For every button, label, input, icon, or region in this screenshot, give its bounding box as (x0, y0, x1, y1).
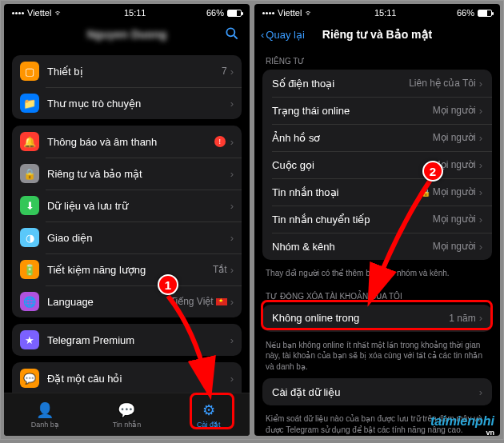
row-devices[interactable]: ▢ Thiết bị 7 › (12, 55, 242, 87)
row-label: Ảnh hồ sơ (272, 132, 433, 144)
tab-label: Tin nhắn (113, 421, 142, 429)
signal-icon (12, 12, 24, 14)
row-groups-channels[interactable]: Nhóm & kênh Mọi người › (262, 233, 492, 260)
tab-bar: 👤 Danh bạ 💬 Tin nhắn ⚙ Cài đặt (4, 393, 250, 436)
row-label: Giao diện (47, 232, 230, 244)
battery-percent: 66% (457, 8, 474, 18)
row-delete-account-if-away[interactable]: Không online trong 1 năm › (262, 305, 492, 332)
contacts-icon: 👤 (36, 401, 54, 419)
page-title: Riêng tư và Bảo mật (322, 28, 432, 41)
row-notifications[interactable]: 🔔 Thông báo và âm thanh ! › (12, 126, 242, 158)
chevron-icon: › (230, 200, 234, 212)
svg-line-1 (234, 35, 238, 38)
callout-1: 1 (158, 274, 178, 295)
privacy-desc: Thay đổi người có thể thêm bạn vào nhóm … (254, 265, 500, 284)
row-power-saving[interactable]: 🔋 Tiết kiệm năng lượng Tắt › (12, 253, 242, 285)
row-value: Mọi người (433, 132, 476, 143)
tab-settings[interactable]: ⚙ Cài đặt (168, 393, 250, 436)
data-icon: ⬇ (20, 196, 39, 215)
row-label: Không online trong (272, 312, 449, 324)
row-value: Mọi người (433, 241, 476, 252)
battery-icon (478, 10, 492, 17)
chevron-icon: › (479, 312, 482, 324)
wifi-icon: ᯤ (305, 8, 314, 18)
devices-icon: ▢ (20, 62, 39, 81)
chevron-icon: › (230, 232, 234, 244)
status-bar: Viettel ᯤ 15:11 66% (4, 4, 250, 20)
row-language[interactable]: 🌐 Language Tiếng Việt › (12, 285, 242, 317)
chevron-icon: › (479, 386, 482, 398)
back-button[interactable]: ‹ Quay lại (261, 29, 305, 41)
page-title: Nguyen Duong (87, 28, 167, 41)
row-voice-messages[interactable]: Tin nhắn thoại 🔒Mọi người › (262, 178, 492, 206)
row-label: Riêng tư và bảo mật (47, 168, 230, 180)
header: ‹ Quay lại Riêng tư và Bảo mật (254, 20, 500, 49)
row-label: Số điện thoại (272, 78, 409, 90)
row-label: Cuộc gọi (272, 159, 433, 171)
chevron-icon: › (479, 132, 482, 144)
chevron-icon: › (230, 373, 234, 385)
phone-right-privacy: Viettel ᯤ 15:11 66% ‹ Quay lại Riêng tư … (254, 4, 500, 436)
chevron-icon: › (479, 186, 482, 198)
row-forwarded-messages[interactable]: Tin nhắn chuyển tiếp Mọi người › (262, 206, 492, 233)
row-label: Thư mục trò chuyện (47, 98, 230, 110)
section-privacy-label: Riêng tư (254, 49, 500, 68)
chat-icon: 💬 (20, 369, 39, 388)
row-value: 7 (222, 66, 227, 77)
chevron-icon: › (479, 78, 482, 90)
row-premium[interactable]: ★ Telegram Premium › (12, 324, 242, 356)
privacy-scroll: Riêng tư Số điện thoại Liên hệ của Tôi ›… (254, 49, 500, 436)
star-icon: ★ (20, 330, 39, 349)
lock-icon: 🔒 (20, 164, 39, 183)
row-label: Cài đặt dữ liệu (272, 386, 479, 398)
watermark: taimienphivn (430, 414, 494, 437)
row-calls[interactable]: Cuộc gọi Mọi người › (262, 151, 492, 178)
flag-vn-icon (216, 298, 227, 305)
row-profile-photo[interactable]: Ảnh hồ sơ Mọi người › (262, 124, 492, 151)
status-bar: Viettel ᯤ 15:11 66% (254, 4, 500, 20)
row-last-seen[interactable]: Trạng thái online Mọi người › (262, 97, 492, 124)
chevron-icon: › (230, 334, 234, 346)
status-time: 15:11 (124, 8, 146, 18)
row-data-settings[interactable]: Cài đặt dữ liệu › (262, 378, 492, 405)
chevron-icon: › (230, 296, 234, 308)
svg-point-0 (226, 28, 234, 36)
row-label: Trạng thái online (272, 105, 433, 117)
chevron-icon: › (230, 264, 234, 276)
row-label: Tiết kiệm năng lượng (47, 264, 213, 276)
row-value: Mọi người (433, 105, 476, 116)
row-data-storage[interactable]: ⬇ Dữ liệu và lưu trữ › (12, 190, 242, 222)
row-phone-number[interactable]: Số điện thoại Liên hệ của Tôi › (262, 70, 492, 97)
row-label: Thiết bị (47, 66, 222, 78)
row-label: Thông báo và âm thanh (47, 136, 214, 148)
status-time: 15:11 (374, 8, 397, 18)
battery-icon (227, 10, 242, 17)
row-appearance[interactable]: ◑ Giao diện › (12, 222, 242, 253)
row-privacy[interactable]: 🔒 Riêng tư và bảo mật › (12, 158, 242, 190)
row-value: Liên hệ của Tôi (409, 78, 476, 89)
search-icon[interactable] (224, 26, 240, 44)
lock-icon: 🔒 (421, 188, 430, 197)
carrier-label: Viettel (278, 8, 302, 18)
row-ask-question[interactable]: 💬 Đặt một câu hỏi › (12, 362, 242, 394)
row-value: Tắt (213, 264, 227, 275)
carrier-label: Viettel (27, 8, 51, 18)
row-chat-folders[interactable]: 📁 Thư mục trò chuyện › (12, 87, 242, 119)
tab-contacts[interactable]: 👤 Danh bạ (4, 393, 86, 436)
phone-left-settings: Viettel ᯤ 15:11 66% Nguyen Duong ▢ Thiết… (4, 4, 250, 436)
row-label: Đặt một câu hỏi (47, 373, 230, 385)
appearance-icon: ◑ (20, 228, 39, 247)
row-label: Nhóm & kênh (272, 241, 433, 253)
chevron-icon: › (479, 159, 482, 171)
bell-icon: 🔔 (20, 132, 39, 151)
row-label: Tin nhắn chuyển tiếp (272, 214, 433, 225)
row-label: Dữ liệu và lưu trữ (47, 200, 230, 212)
chevron-left-icon: ‹ (261, 29, 264, 41)
chevron-icon: › (479, 105, 482, 117)
wifi-icon: ᯤ (54, 8, 63, 18)
badge-icon: ! (214, 136, 226, 147)
back-label: Quay lại (266, 29, 304, 41)
chevron-icon: › (230, 168, 234, 180)
callout-2: 2 (422, 161, 443, 182)
tab-messages[interactable]: 💬 Tin nhắn (86, 393, 167, 436)
